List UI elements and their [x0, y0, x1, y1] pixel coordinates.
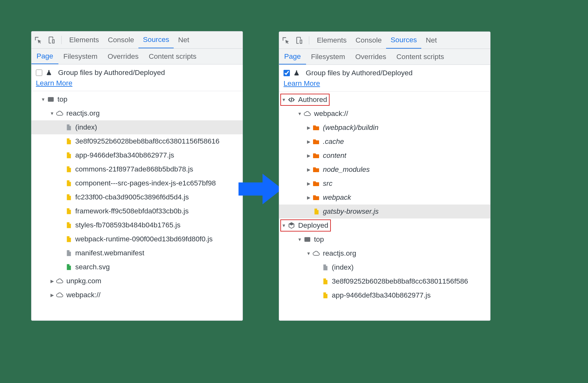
chevron-down-icon[interactable]: ▼ [306, 251, 311, 256]
chevron-down-icon[interactable]: ▼ [281, 223, 287, 228]
tree-file[interactable]: ▶ app-9466def3ba340b862977.js [279, 288, 490, 302]
chevron-down-icon[interactable]: ▼ [281, 97, 287, 103]
tree-file[interactable]: ▶ app-9466def3ba340b862977.js [31, 148, 243, 162]
subtab-page[interactable]: Page [279, 49, 306, 65]
group-option-label[interactable]: Group files by Authored/Deployed [36, 68, 237, 78]
tree-top[interactable]: ▼ top [279, 232, 490, 246]
subtab-filesystem[interactable]: Filesystem [306, 49, 351, 64]
folder-icon [312, 124, 320, 132]
tree-file[interactable]: ▶ component---src-pages-index-js-e1c657b… [31, 176, 243, 190]
code-icon [287, 96, 296, 104]
file-tree-right: ▼ Authored ▼ webpack:// ▶ (webpack)/buil… [279, 91, 490, 320]
group-option-checkbox[interactable] [284, 70, 290, 76]
tab-sources[interactable]: Sources [138, 32, 174, 49]
tree-file[interactable]: ▶ styles-fb708593b484b04b1765.js [31, 218, 243, 232]
chevron-right-icon[interactable]: ▶ [306, 153, 311, 158]
frame-icon [303, 235, 311, 244]
subtab-filesystem[interactable]: Filesystem [58, 49, 103, 64]
tree-file[interactable]: ▶ 3e8f09252b6028beb8baf8cc63801156f58616 [31, 134, 243, 148]
file-icon [64, 235, 73, 243]
cloud-icon [303, 110, 311, 118]
group-option-row: Group files by Authored/Deployed Learn M… [279, 65, 490, 91]
tab-console[interactable]: Console [104, 31, 139, 48]
subtab-page[interactable]: Page [31, 49, 58, 64]
cloud-icon [56, 277, 64, 285]
tree-domain[interactable]: ▼ reactjs.org [31, 106, 243, 120]
chevron-right-icon[interactable]: ▶ [49, 278, 55, 284]
inspect-icon[interactable] [282, 36, 290, 44]
tree-folder[interactable]: ▶ .cache [279, 135, 490, 149]
chevron-down-icon[interactable]: ▼ [49, 111, 55, 116]
tab-network-partial[interactable]: Net [421, 32, 441, 49]
device-toggle-icon[interactable] [295, 36, 303, 44]
learn-more-link[interactable]: Learn More [284, 79, 320, 87]
tree-folder[interactable]: ▶ webpack [279, 191, 490, 205]
chevron-down-icon[interactable]: ▼ [297, 111, 303, 117]
file-icon [321, 277, 329, 286]
tree-domain[interactable]: ▶ webpack:// [31, 288, 243, 302]
file-icon [64, 193, 73, 201]
folder-icon [312, 165, 320, 174]
flask-icon [292, 69, 301, 77]
chevron-right-icon[interactable]: ▶ [306, 181, 311, 186]
tree-folder[interactable]: ▶ src [279, 177, 490, 191]
chevron-right-icon[interactable]: ▶ [49, 292, 55, 298]
file-icon [64, 179, 73, 187]
tree-folder[interactable]: ▶ content [279, 149, 490, 163]
tabbar-separator [61, 36, 62, 44]
tab-network-partial[interactable]: Net [174, 31, 194, 48]
deployed-highlight: ▼ Deployed [280, 219, 331, 232]
tree-file[interactable]: ▶ gatsby-browser.js [279, 205, 490, 218]
subtab-overrides[interactable]: Overrides [350, 49, 391, 64]
group-option-checkbox[interactable] [36, 70, 42, 76]
learn-more-link[interactable]: Learn More [36, 79, 72, 87]
chevron-right-icon[interactable]: ▶ [306, 125, 311, 131]
tree-top[interactable]: ▼ top [31, 92, 243, 106]
tree-file[interactable]: ▶ (index) [31, 120, 243, 134]
chevron-right-icon[interactable]: ▶ [306, 195, 311, 200]
tab-sources[interactable]: Sources [386, 32, 421, 49]
chevron-right-icon[interactable]: ▶ [306, 139, 311, 144]
tree-file[interactable]: ▶ search.svg [31, 260, 243, 274]
tree-domain[interactable]: ▶ unpkg.com [31, 274, 243, 288]
chevron-down-icon[interactable]: ▼ [40, 97, 46, 102]
file-icon [64, 123, 73, 131]
file-icon [321, 291, 329, 299]
tree-file[interactable]: ▶ framework-ff9c508ebfda0f33cb0b.js [31, 204, 243, 218]
tree-authored-group[interactable]: ▼ Authored [279, 93, 490, 107]
subtab-overrides[interactable]: Overrides [103, 49, 144, 64]
file-icon [64, 151, 73, 159]
tree-deployed-group[interactable]: ▼ Deployed [279, 218, 490, 232]
device-toggle-icon[interactable] [47, 36, 56, 44]
tree-file[interactable]: ▶ fc233f00-cba3d9005c3896f6d5d4.js [31, 190, 243, 204]
tree-domain[interactable]: ▼ webpack:// [279, 107, 490, 121]
file-icon [64, 207, 73, 215]
tree-domain[interactable]: ▼ reactjs.org [279, 246, 490, 260]
frame-icon [47, 95, 55, 104]
tab-elements[interactable]: Elements [312, 32, 351, 49]
group-option-text: Group files by Authored/Deployed [306, 68, 412, 78]
sources-subtabs: Page Filesystem Overrides Content script… [31, 49, 243, 64]
subtab-content-scripts[interactable]: Content scripts [391, 49, 449, 64]
tree-file[interactable]: ▶ (index) [279, 260, 490, 274]
devtools-panel-right: Elements Console Sources Net Page Filesy… [279, 31, 491, 321]
file-icon [64, 249, 73, 257]
tab-elements[interactable]: Elements [65, 31, 104, 48]
chevron-right-icon[interactable]: ▶ [306, 167, 311, 172]
tree-file[interactable]: ▶ webpack-runtime-090f00ed13bd69fd80f0.j… [31, 232, 243, 246]
file-icon [64, 221, 73, 229]
transition-arrow-icon [238, 171, 283, 206]
inspect-icon[interactable] [34, 36, 42, 44]
sources-subtabs: Page Filesystem Overrides Content script… [279, 49, 490, 65]
tree-file[interactable]: ▶ manifest.webmanifest [31, 246, 243, 260]
cloud-icon [56, 291, 64, 299]
group-option-label[interactable]: Group files by Authored/Deployed [284, 68, 485, 78]
tree-folder[interactable]: ▶ node_modules [279, 163, 490, 177]
file-icon [312, 207, 320, 216]
chevron-down-icon[interactable]: ▼ [297, 237, 303, 242]
tree-file[interactable]: ▶ 3e8f09252b6028beb8baf8cc63801156f586 [279, 274, 490, 288]
tree-folder[interactable]: ▶ (webpack)/buildin [279, 121, 490, 135]
subtab-content-scripts[interactable]: Content scripts [144, 49, 202, 64]
tree-file[interactable]: ▶ commons-21f8977ade868b5bdb78.js [31, 162, 243, 176]
tab-console[interactable]: Console [351, 32, 386, 49]
